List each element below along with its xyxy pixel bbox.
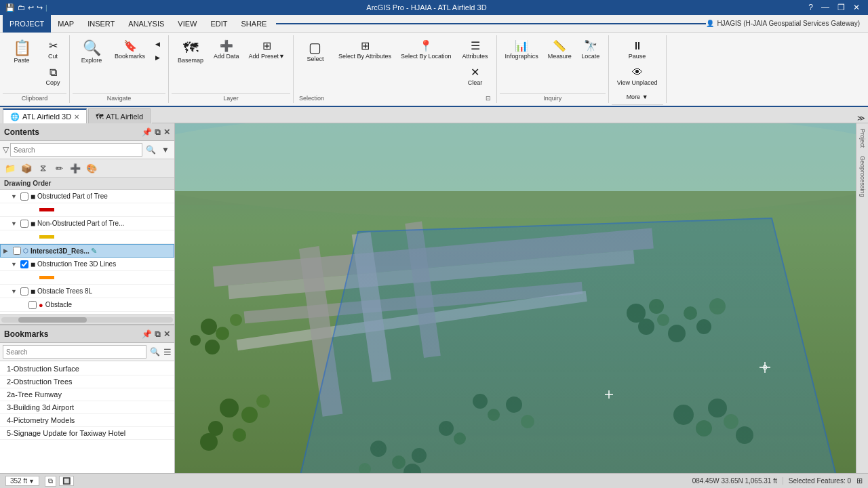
layer-expand-icon[interactable]: ▶ [3,247,12,254]
qat-undo[interactable]: ↩ [28,3,34,12]
paste-icon: 📋 [13,41,31,56]
scale-dropdown[interactable]: ▼ [28,478,35,485]
layer-checkbox[interactable] [20,287,28,296]
bookmarks-close[interactable]: ✕ [163,329,170,339]
contents-float[interactable]: ⧉ [155,127,161,137]
map-canvas[interactable]: ⤡ N↑ [175,123,856,473]
attributes-button[interactable]: ☰ Attributes [458,38,492,63]
bookmark-item[interactable]: 4-Pictometry Models [0,414,174,427]
bookmarks-search-input[interactable] [3,345,146,359]
add-preset-button[interactable]: ⊞ Add Preset▼ [245,38,289,63]
more-button[interactable]: More ▼ [613,91,662,104]
contents-search-input[interactable] [10,143,142,157]
layer-type-icon: ◼ [31,220,35,227]
bookmarks-float[interactable]: ⧉ [155,329,161,339]
qat-open[interactable]: 🗀 [18,3,25,12]
inquiry-label: Inquiry [500,93,606,102]
qat-redo[interactable]: ↪ [37,3,43,12]
sidebar-project-label[interactable]: Project [858,126,867,150]
layers-hscroll[interactable] [0,314,174,324]
contents-title: Contents [4,127,39,137]
contents-close[interactable]: ✕ [163,127,170,137]
layer-item[interactable]: ▼ ◼ Obstruction Tree 3D Lines [0,258,174,271]
contents-pin[interactable]: 📌 [142,127,152,137]
tab-3d-close[interactable]: ✕ [74,113,79,121]
layer-checkbox[interactable] [20,220,28,228]
layer-checkbox[interactable] [20,260,28,268]
back-button[interactable]: ◀ [151,38,164,50]
view-unplaced-button[interactable]: 👁 View Unplaced [613,64,662,89]
tab-atl-airfield[interactable]: 🗺 ATL Airfield [88,108,151,123]
layer-item[interactable]: ▼ ◼ Obstructed Part of Tree [0,190,174,203]
help-button[interactable]: ? [806,3,816,12]
right-sidebar: Project Geoprocessing [856,123,868,473]
infographics-button[interactable]: 📊 Infographics [501,38,542,63]
layer-checkbox[interactable] [20,192,28,201]
layer-tool-add[interactable]: ➕ [68,161,83,176]
bookmark-item[interactable]: 3-Building 3d Airport [0,401,174,414]
map-area[interactable]: ⤡ N↑ [175,123,856,473]
menu-item-analysis[interactable]: ANALYSIS [121,15,171,33]
locate-button[interactable]: 🔭 Locate [577,38,604,63]
bookmarks-pin[interactable]: 📌 [142,329,152,339]
bookmark-item[interactable]: 1-Obstruction Surface [0,363,174,375]
minimize-button[interactable]: — [818,3,832,12]
cut-button[interactable]: ✂ Cut [41,38,65,63]
measure-button[interactable]: 📏 Measure [544,38,576,63]
layer-item[interactable]: ▼ ◼ Obstacle Trees 8L [0,285,174,298]
menu-item-edit[interactable]: EDIT [203,15,234,33]
basemap-button[interactable]: 🗺 Basemap [173,38,208,67]
menu-item-project[interactable]: PROJECT [3,15,51,33]
layer-expand-icon[interactable]: ▼ [11,261,19,268]
layer-tool-cube[interactable]: 📦 [19,161,34,176]
sidebar-geoprocessing-label[interactable]: Geoprocessing [858,153,867,200]
layer-tool-filter[interactable]: ⧖ [35,161,50,176]
menu-item-view[interactable]: VIEW [171,15,203,33]
copy-button[interactable]: ⧉ Copy [41,64,65,89]
close-button[interactable]: ✕ [850,3,863,12]
map-tool-btn1[interactable]: ⧉ [45,476,56,487]
layer-tool-symbol[interactable]: 🎨 [84,161,99,176]
layer-item[interactable]: ▶ ● Obstacle [0,298,174,312]
hscroll-thumb[interactable] [18,317,87,323]
layer-expand-icon[interactable]: ▼ [11,220,19,227]
explore-button[interactable]: 🔍 Explore [74,38,109,67]
bookmark-item[interactable]: 2a-Tree Runway [0,388,174,401]
restore-button[interactable]: ❐ [835,3,848,12]
menu-item-map[interactable]: MAP [51,15,81,33]
select-by-attributes-button[interactable]: ⊞ Select By Attributes [334,38,395,63]
contents-search-button[interactable]: 🔍 [144,144,158,155]
menu-item-share[interactable]: SHARE [235,15,274,33]
layer-item[interactable]: ▼ ◼ Non-Obstructed Part of Tre... [0,217,174,230]
clear-button[interactable]: ✕ Clear [458,64,492,89]
layer-name: Obstructed Part of Tree [37,192,108,200]
statusbar-expand-btn[interactable]: ⊞ [856,476,863,485]
layer-tool-edit[interactable]: ✏ [52,161,66,176]
map-tool-btn2[interactable]: 🔲 [59,476,74,486]
selection-expand[interactable]: ⊡ [486,95,491,102]
paste-button[interactable]: 📋 Paste [4,38,39,67]
add-data-button[interactable]: ➕ Add Data [210,38,243,63]
tab-atl-airfield-3d[interactable]: 🌐 ATL Airfield 3D ✕ [3,108,87,123]
tab-overflow[interactable]: ≫ [854,114,868,123]
qat-save[interactable]: 💾 [5,3,15,12]
statusbar-left: 352 ft ▼ ⧉ 🔲 [5,476,74,487]
bookmarks-menu-button[interactable]: ☰ [163,347,172,357]
select-by-location-button[interactable]: 📍 Select By Location [397,38,456,63]
bookmarks-search-button[interactable]: 🔍 [148,346,162,357]
forward-button[interactable]: ▶ [151,52,164,64]
bookmark-item[interactable]: 5-Signage Update for Taxiway Hotel [0,427,174,440]
menu-item-insert[interactable]: INSERT [81,15,121,33]
layer-expand-icon[interactable]: ▼ [11,288,19,295]
layer-expand-icon[interactable]: ▼ [11,193,19,200]
select-button[interactable]: ▢ Select [298,38,333,66]
pause-button[interactable]: ⏸ Pause [613,38,662,63]
bookmarks-button[interactable]: 🔖 Bookmarks [111,38,149,63]
contents-search-dropdown[interactable]: ▼ [159,144,172,155]
layer-tool-folder[interactable]: 📁 [3,161,18,176]
bookmark-item[interactable]: 2-Obstruction Trees [0,375,174,388]
layer-item-intersect[interactable]: ▶ ⬡ Intersect3D_Res... ✎ [0,244,174,258]
scale-box[interactable]: 352 ft ▼ [5,476,39,486]
layer-checkbox[interactable] [13,247,21,255]
layer-checkbox[interactable] [28,301,37,309]
